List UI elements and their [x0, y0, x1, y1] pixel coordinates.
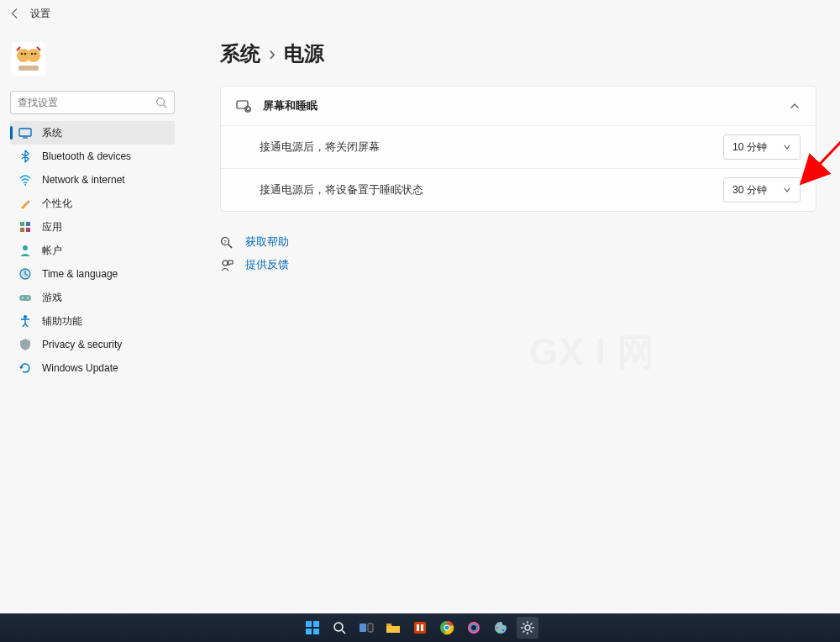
sidebar-item-update[interactable]: Windows Update: [10, 356, 175, 380]
help-link[interactable]: 获取帮助: [245, 235, 289, 250]
system-icon: [18, 126, 32, 139]
office-icon: [412, 620, 428, 635]
svg-rect-37: [368, 624, 373, 632]
sidebar-item-time[interactable]: Time & language: [10, 262, 175, 286]
user-block[interactable]: [7, 34, 178, 91]
time-icon: [18, 267, 32, 281]
sidebar-item-label: 帐户: [42, 244, 62, 258]
chevron-down-icon: [783, 143, 791, 151]
sidebar-item-privacy[interactable]: Privacy & security: [10, 333, 175, 356]
breadcrumb-parent[interactable]: 系统: [220, 40, 260, 67]
taskbar-chrome[interactable]: [436, 617, 458, 639]
update-icon: [18, 361, 32, 375]
sidebar-item-account[interactable]: 帐户: [10, 239, 175, 262]
sidebar: 系统 Bluetooth & devices Network & interne…: [0, 27, 185, 613]
taskbar-start[interactable]: [302, 617, 323, 639]
breadcrumb: 系统 › 电源: [220, 40, 816, 67]
svg-point-5: [31, 53, 34, 55]
windows-start-icon: [305, 620, 320, 635]
window-title: 设置: [30, 7, 50, 21]
account-icon: [18, 244, 32, 257]
accessibility-icon: [18, 314, 32, 328]
svg-rect-19: [19, 295, 31, 301]
taskbar: [0, 613, 840, 642]
svg-rect-31: [313, 621, 319, 627]
sidebar-item-personalization[interactable]: 个性化: [10, 192, 175, 215]
gaming-icon: [18, 291, 32, 304]
avatar: [12, 42, 45, 76]
svg-point-4: [24, 53, 27, 55]
svg-point-17: [23, 245, 28, 250]
svg-rect-7: [18, 66, 39, 71]
watermark: GX I 网: [529, 328, 655, 377]
svg-line-59: [523, 631, 525, 633]
card-header[interactable]: 屏幕和睡眠: [221, 87, 816, 125]
sidebar-item-label: 辅助功能: [42, 314, 82, 329]
titlebar: 设置: [0, 0, 840, 27]
sidebar-item-apps[interactable]: 应用: [10, 215, 175, 239]
svg-rect-39: [414, 622, 426, 634]
svg-line-9: [164, 105, 167, 108]
sidebar-item-gaming[interactable]: 游戏: [10, 286, 175, 309]
svg-point-22: [24, 315, 27, 318]
svg-rect-13: [20, 222, 24, 226]
network-icon: [18, 173, 32, 187]
sleep-dropdown[interactable]: 30 分钟: [723, 177, 801, 203]
taskbar-browser2[interactable]: [463, 617, 485, 639]
screen-sleep-card: 屏幕和睡眠 接通电源后，将关闭屏幕 10 分钟 接通电源后，将设备置于睡眠状态 …: [220, 86, 816, 212]
svg-point-28: [223, 260, 228, 266]
sidebar-item-label: 个性化: [42, 197, 72, 211]
svg-point-51: [502, 629, 505, 632]
svg-rect-38: [386, 624, 391, 626]
sidebar-item-label: Windows Update: [42, 362, 118, 374]
search-box[interactable]: [10, 91, 175, 114]
breadcrumb-current: 电源: [284, 40, 324, 67]
main-content: 系统 › 电源 屏幕和睡眠 接通电源后，将关闭屏幕 10 分钟 接通电源后，将设…: [185, 27, 840, 613]
search-input[interactable]: [18, 97, 155, 108]
sleep-row: 接通电源后，将设备置于睡眠状态 30 分钟: [221, 168, 816, 211]
svg-rect-14: [26, 222, 30, 226]
back-button[interactable]: [8, 7, 22, 20]
sidebar-item-label: 游戏: [42, 291, 62, 305]
svg-rect-41: [421, 624, 423, 631]
svg-point-2: [27, 49, 40, 62]
svg-point-20: [22, 297, 24, 299]
chrome-icon: [439, 620, 454, 635]
sidebar-item-accessibility[interactable]: 辅助功能: [10, 309, 175, 333]
feedback-link[interactable]: 提供反馈: [245, 258, 289, 272]
svg-point-45: [445, 626, 449, 630]
taskbar-paint[interactable]: [490, 617, 512, 639]
taskbar-taskview[interactable]: [355, 617, 377, 639]
taskbar-settings[interactable]: [517, 617, 538, 639]
svg-line-58: [531, 631, 533, 633]
svg-rect-30: [306, 621, 312, 627]
card-title: 屏幕和睡眠: [263, 98, 777, 113]
screen-off-dropdown[interactable]: 10 分钟: [723, 134, 801, 160]
settings-window: 设置: [0, 0, 840, 642]
svg-line-57: [523, 624, 525, 625]
svg-point-3: [21, 53, 24, 55]
screen-sleep-icon: [236, 98, 251, 113]
gear-icon: [520, 620, 535, 635]
taskbar-explorer[interactable]: [382, 617, 404, 639]
back-arrow-icon: [9, 8, 21, 19]
dropdown-value: 10 分钟: [732, 140, 767, 155]
chevron-up-icon: [789, 100, 801, 112]
nav: 系统 Bluetooth & devices Network & interne…: [7, 121, 178, 380]
sidebar-item-network[interactable]: Network & internet: [10, 168, 175, 192]
search-icon: [332, 620, 347, 635]
taskview-icon: [359, 620, 374, 635]
palette-icon: [493, 620, 508, 635]
svg-rect-40: [417, 624, 419, 631]
sidebar-item-bluetooth[interactable]: Bluetooth & devices: [10, 145, 175, 168]
svg-point-52: [525, 625, 530, 630]
svg-rect-10: [19, 129, 31, 136]
sidebar-item-system[interactable]: 系统: [10, 121, 175, 145]
svg-rect-16: [26, 228, 30, 232]
svg-rect-32: [306, 629, 312, 634]
help-link-row: ? 获取帮助: [220, 235, 816, 250]
taskbar-search[interactable]: [328, 617, 350, 639]
taskbar-office[interactable]: [409, 617, 431, 639]
bluetooth-icon: [18, 150, 32, 163]
svg-rect-33: [313, 629, 319, 634]
